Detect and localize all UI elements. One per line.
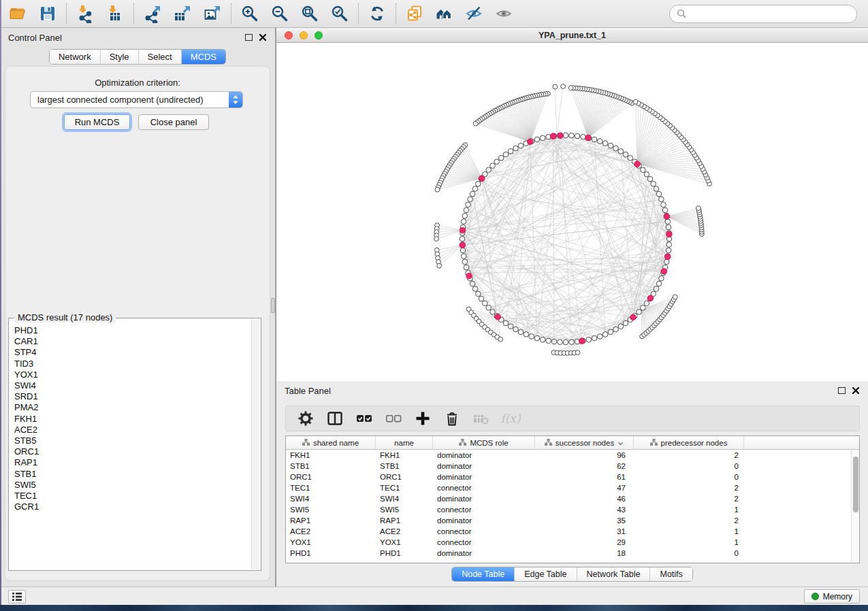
result-node-item[interactable]: YOX1 (14, 369, 251, 380)
result-node-item[interactable]: TEC1 (14, 491, 251, 501)
result-node-item[interactable]: GCR1 (14, 501, 251, 512)
splitter-grip[interactable] (271, 298, 275, 313)
control-panel: Control Panel NetworkStyleSelectMCDS Opt… (0, 28, 275, 587)
close-table-panel-icon[interactable] (852, 386, 860, 395)
table-row[interactable]: SWI5SWI5connector431 (286, 504, 859, 515)
table-row[interactable]: TEC1TEC1connector472 (286, 482, 859, 493)
table-cell: 2 (634, 451, 744, 459)
zoom-fit-icon[interactable] (299, 3, 321, 24)
zoom-out-icon[interactable] (269, 3, 291, 24)
table-scrollbar[interactable] (851, 450, 859, 563)
hide-selected-icon[interactable] (464, 3, 485, 24)
result-node-item[interactable]: FKH1 (14, 414, 251, 425)
open-session-icon[interactable] (7, 3, 29, 24)
table-cell: dominator (433, 549, 535, 557)
result-node-item[interactable]: TID3 (14, 359, 251, 369)
result-node-item[interactable]: CAR1 (14, 336, 251, 347)
gear-icon[interactable] (297, 410, 315, 427)
float-panel-icon[interactable] (245, 34, 253, 41)
table-row[interactable]: FKH1FKH1dominator962 (286, 450, 859, 461)
tab-mcds[interactable]: MCDS (181, 50, 225, 64)
table-row[interactable]: ORC1ORC1dominator610 (286, 472, 859, 482)
run-mcds-button[interactable]: Run MCDS (64, 114, 130, 130)
column-header-filler (744, 436, 859, 449)
column-header-predecessor-nodes[interactable]: predecessor nodes (634, 436, 744, 449)
node-table: shared namenameMCDS rolesuccessor nodesp… (285, 435, 860, 563)
tab-network[interactable]: Network (50, 50, 100, 64)
result-node-item[interactable]: SWI4 (14, 380, 251, 391)
table-tab-edge-table[interactable]: Edge Table (514, 567, 576, 581)
zoom-in-icon[interactable] (239, 3, 261, 24)
result-node-item[interactable]: PMA2 (14, 402, 251, 413)
column-header-name[interactable]: name (376, 436, 433, 449)
result-node-item[interactable]: ACE2 (14, 425, 251, 435)
table-tab-motifs[interactable]: Motifs (649, 567, 692, 581)
criterion-select[interactable]: largest connected component (undirected) (30, 91, 243, 108)
control-panel-title: Control Panel (0, 33, 62, 43)
mcds-result-group: MCDS result (17 nodes) PHD1CAR1STP4TID3Y… (8, 318, 261, 571)
result-node-item[interactable]: RAP1 (14, 457, 251, 468)
show-panels-button[interactable] (8, 590, 26, 604)
table-scrollbar-thumb[interactable] (853, 457, 858, 512)
mcds-result-list[interactable]: PHD1CAR1STP4TID3YOX1SWI4SRD1PMA2FKH1ACE2… (9, 321, 251, 569)
search-icon (677, 9, 686, 18)
duplicate-network-icon[interactable] (404, 3, 425, 24)
select-all-icon[interactable] (355, 410, 373, 427)
column-header-MCDS-role[interactable]: MCDS role (433, 436, 535, 449)
table-row[interactable]: RAP1RAP1dominator352 (286, 515, 859, 526)
export-image-icon[interactable] (202, 3, 223, 24)
import-table-icon[interactable] (104, 3, 126, 24)
close-panel-button[interactable]: Close panel (138, 114, 209, 130)
tab-select[interactable]: Select (138, 50, 181, 64)
add-row-icon[interactable] (414, 410, 432, 427)
float-table-panel-icon[interactable] (838, 387, 846, 394)
close-panel-icon[interactable] (259, 33, 267, 42)
result-node-item[interactable]: SWI5 (14, 480, 251, 491)
result-node-item[interactable]: PHD1 (14, 325, 251, 336)
export-network-icon[interactable] (142, 3, 163, 24)
search-field[interactable] (669, 5, 857, 23)
table-tab-network-table[interactable]: Network Table (577, 567, 650, 581)
result-node-item[interactable]: STB5 (14, 435, 251, 446)
search-input[interactable] (690, 9, 850, 19)
table-row[interactable]: PHD1PHD1dominator180 (286, 548, 859, 559)
result-node-item[interactable]: SRD1 (14, 391, 251, 402)
network-view-window: YPA_prune.txt_1 (276, 28, 868, 381)
zoom-selected-icon[interactable] (329, 3, 351, 24)
result-node-item[interactable]: ORC1 (14, 446, 251, 457)
table-cell: dominator (433, 451, 535, 459)
first-neighbors-icon[interactable] (434, 3, 455, 24)
table-row[interactable]: STB1STB1dominator620 (286, 461, 859, 472)
table-cell: 1 (634, 506, 744, 514)
network-window-title: YPA_prune.txt_1 (276, 31, 868, 40)
save-session-icon[interactable] (37, 3, 59, 24)
table-row[interactable]: YOX1YOX1connector291 (286, 537, 859, 548)
result-node-item[interactable]: STB1 (14, 469, 251, 480)
show-all-icon[interactable] (494, 3, 515, 24)
table-row[interactable]: ACE2ACE2connector311 (286, 526, 859, 537)
apply-layout-icon[interactable] (366, 3, 388, 24)
column-header-shared-name[interactable]: shared name (286, 436, 376, 449)
application-window: Control Panel NetworkStyleSelectMCDS Opt… (0, 0, 868, 611)
column-header-label: predecessor nodes (661, 439, 728, 447)
delete-row-icon[interactable] (443, 410, 461, 427)
table-panel: Table Panel f(x) shared namenameMCDS rol… (276, 381, 868, 587)
export-table-icon[interactable] (172, 3, 193, 24)
memory-button[interactable]: Memory (804, 589, 860, 604)
network-graph[interactable] (276, 43, 868, 381)
destroy-table-icon (472, 410, 490, 427)
import-network-icon[interactable] (74, 3, 96, 24)
toolbar-icon-groups (7, 3, 515, 24)
column-view-icon[interactable] (326, 410, 344, 427)
tab-style[interactable]: Style (100, 50, 138, 64)
deselect-all-icon[interactable] (385, 410, 402, 427)
column-header-successor-nodes[interactable]: successor nodes (535, 436, 634, 449)
table-tab-node-table[interactable]: Node Table (452, 567, 514, 581)
network-canvas[interactable] (276, 43, 868, 381)
column-type-icon (545, 439, 552, 447)
result-list-scrollbar[interactable] (251, 319, 260, 569)
table-row[interactable]: SWI4SWI4dominator462 (286, 493, 859, 504)
network-window-titlebar[interactable]: YPA_prune.txt_1 (276, 28, 868, 43)
table-cell: RAP1 (376, 516, 433, 525)
result-node-item[interactable]: STP4 (14, 347, 251, 358)
